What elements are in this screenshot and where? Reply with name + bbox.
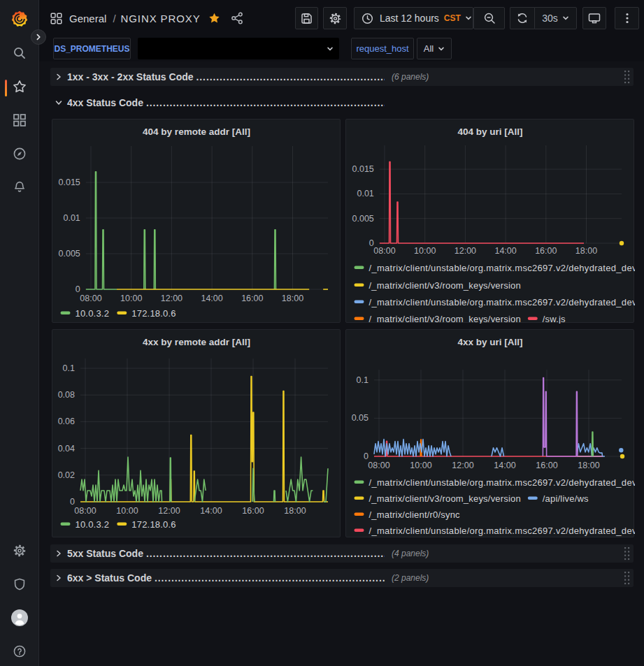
svg-text:0: 0 (364, 451, 368, 461)
svg-text:0.015: 0.015 (59, 178, 80, 187)
svg-text:08:00: 08:00 (373, 246, 395, 256)
svg-text:0.02: 0.02 (58, 470, 75, 480)
svg-text:12:00: 12:00 (161, 294, 183, 303)
svg-text:0.01: 0.01 (63, 213, 80, 223)
svg-text:10:00: 10:00 (116, 506, 138, 516)
svg-text:10:00: 10:00 (414, 246, 436, 256)
svg-text:14:00: 14:00 (494, 461, 515, 470)
svg-text:10.0.3.2: 10.0.3.2 (76, 308, 110, 319)
svg-text:18:00: 18:00 (284, 506, 306, 516)
svg-text:0.05: 0.05 (352, 413, 368, 423)
svg-text:08:00: 08:00 (80, 294, 101, 303)
svg-text:4xx by uri [All]: 4xx by uri [All] (457, 337, 522, 347)
svg-text:/api/live/ws: /api/live/ws (543, 493, 589, 504)
svg-text:12:00: 12:00 (452, 461, 473, 470)
svg-text:172.18.0.6: 172.18.0.6 (131, 519, 176, 530)
svg-text:08:00: 08:00 (74, 506, 96, 516)
svg-text:/_matrix/client/unstable/org.m: /_matrix/client/unstable/org.matrix.msc2… (369, 526, 636, 536)
svg-text:10:00: 10:00 (120, 294, 142, 303)
svg-text:0.01: 0.01 (357, 189, 373, 198)
svg-text:18:00: 18:00 (282, 294, 303, 303)
svg-text:14:00: 14:00 (200, 506, 222, 516)
svg-text:/_matrix/client/v3/room_keys/v: /_matrix/client/v3/room_keys/version (369, 314, 521, 324)
svg-text:0.1: 0.1 (357, 375, 368, 385)
svg-text:0.015: 0.015 (352, 164, 374, 174)
svg-text:0: 0 (70, 497, 75, 507)
svg-text:/_matrix/client/unstable/org.m: /_matrix/client/unstable/org.matrix.msc2… (369, 297, 636, 307)
svg-text:16:00: 16:00 (536, 461, 557, 470)
svg-text:16:00: 16:00 (241, 294, 263, 303)
svg-text:0.08: 0.08 (58, 390, 75, 400)
svg-text:0: 0 (76, 284, 80, 294)
svg-text:08:00: 08:00 (368, 461, 389, 470)
svg-text:12:00: 12:00 (158, 506, 180, 516)
svg-text:0.06: 0.06 (58, 417, 75, 426)
svg-text:404 by uri [All]: 404 by uri [All] (457, 126, 522, 137)
svg-text:12:00: 12:00 (455, 246, 476, 256)
svg-text:/_matrix/client/unstable/org.m: /_matrix/client/unstable/org.matrix.msc2… (369, 263, 636, 273)
svg-text:18:00: 18:00 (575, 246, 597, 256)
svg-text:14:00: 14:00 (201, 294, 222, 303)
svg-text:14:00: 14:00 (494, 246, 516, 256)
svg-text:404 by remote addr [All]: 404 by remote addr [All] (143, 126, 250, 137)
svg-text:0.005: 0.005 (59, 249, 80, 259)
svg-text:/_matrix/client/v3/room_keys/v: /_matrix/client/v3/room_keys/version (369, 280, 521, 291)
svg-text:10:00: 10:00 (410, 461, 431, 470)
svg-text:0.1: 0.1 (63, 363, 75, 373)
svg-text:18:00: 18:00 (578, 461, 599, 470)
svg-text:0.04: 0.04 (58, 444, 75, 454)
svg-text:10.0.3.2: 10.0.3.2 (76, 519, 110, 530)
svg-text:/_matrix/client/unstable/org.m: /_matrix/client/unstable/org.matrix.msc2… (369, 477, 636, 488)
svg-text:0.005: 0.005 (352, 214, 374, 224)
svg-text:/sw.js: /sw.js (543, 314, 566, 324)
svg-text:/_matrix/client/v3/room_keys/v: /_matrix/client/v3/room_keys/version (369, 493, 521, 504)
svg-text:16:00: 16:00 (242, 506, 264, 516)
svg-text:4xx by remote addr [All]: 4xx by remote addr [All] (143, 337, 250, 347)
svg-text:/_matrix/client/r0/sync: /_matrix/client/r0/sync (369, 509, 461, 520)
svg-text:16:00: 16:00 (535, 246, 557, 256)
svg-text:172.18.0.6: 172.18.0.6 (131, 308, 176, 319)
